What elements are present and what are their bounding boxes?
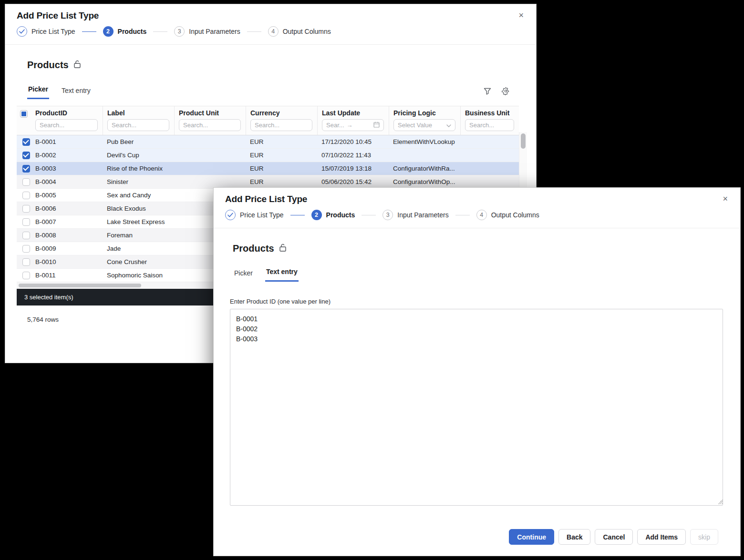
cell-last-update: 15/07/2019 13:18 (317, 165, 389, 172)
cell-product-id: B-0008 (31, 232, 103, 239)
step-label-output-columns[interactable]: Output Columns (491, 211, 539, 219)
tab-picker[interactable]: Picker (27, 85, 49, 99)
select-all-checkbox[interactable] (20, 110, 28, 118)
add-items-button[interactable]: Add Items (637, 529, 686, 545)
business-unit-filter-input[interactable] (465, 119, 514, 131)
column-last-update: Last Update Sear... → (317, 106, 389, 135)
step-label-products[interactable]: Products (118, 28, 147, 35)
column-currency: Currency (246, 106, 317, 135)
product-id-textarea[interactable]: B-0001 B-0002 B-0003 (230, 309, 723, 506)
cell-currency: EUR (246, 152, 317, 159)
cell-product-id: B-0005 (31, 192, 103, 199)
dialog-footer: Continue Back Cancel Add Items skip (509, 529, 718, 545)
currency-filter-input[interactable] (250, 119, 312, 131)
dialog-title: Add Price List Type (17, 10, 525, 21)
lock-icon (74, 60, 81, 70)
cell-currency: EUR (246, 178, 317, 185)
step-connector (153, 31, 167, 32)
section-title: Products (27, 60, 69, 71)
gear-icon[interactable] (502, 87, 510, 95)
calendar-icon (373, 122, 380, 129)
cancel-button[interactable]: Cancel (595, 529, 633, 545)
row-checkbox[interactable] (22, 218, 30, 226)
table-row[interactable]: B-0004 Sinister EUR 05/06/2020 15:42 Con… (17, 175, 519, 189)
table-row[interactable]: B-0001 Pub Beer EUR 17/12/2020 10:45 Ele… (17, 135, 519, 149)
step-connector (290, 215, 305, 215)
step-check-icon (17, 26, 27, 37)
vertical-scrollbar-thumb[interactable] (521, 133, 526, 149)
cell-label: Black Exodus (103, 205, 174, 212)
step-connector (247, 31, 261, 32)
cell-label: Sophomoric Saison (103, 272, 174, 279)
cell-label: Cone Crusher (103, 258, 174, 265)
step-number-2: 2 (311, 210, 322, 220)
selection-summary: 3 selected item(s) (24, 294, 73, 301)
row-checkbox[interactable] (22, 152, 30, 159)
row-checkbox[interactable] (22, 232, 30, 239)
back-button[interactable]: Back (558, 529, 590, 545)
table-header: ProductID Label Product Unit Currency La… (17, 106, 519, 135)
row-checkbox[interactable] (22, 165, 30, 173)
cell-product-id: B-0004 (31, 178, 103, 185)
row-checkbox[interactable] (22, 178, 30, 186)
step-number-2: 2 (103, 26, 114, 37)
step-connector (455, 215, 470, 215)
cell-label: Lake Street Express (103, 218, 174, 225)
filter-icon[interactable] (484, 88, 491, 95)
step-connector (362, 215, 376, 215)
label-filter-input[interactable] (107, 119, 169, 131)
column-pricing-logic: Pricing Logic Select Value (389, 106, 460, 135)
close-icon[interactable]: × (723, 194, 728, 203)
tabs-bar: Picker Text entry (233, 267, 714, 282)
step-number-4: 4 (476, 210, 487, 220)
table-row[interactable]: B-0002 Devil's Cup EUR 07/10/2022 11:43 (17, 149, 519, 162)
column-product-unit: Product Unit (174, 106, 246, 135)
step-label-price-list-type[interactable]: Price List Type (31, 28, 75, 35)
wizard-stepper: Price List Type 2 Products 3 Input Param… (225, 210, 729, 220)
cell-label: Devil's Cup (103, 152, 174, 159)
column-productid: ProductID (31, 106, 103, 135)
pricing-logic-select[interactable]: Select Value (393, 119, 455, 131)
cell-product-id: B-0001 (31, 138, 103, 145)
cell-product-id: B-0007 (31, 218, 103, 225)
dialog-header: Add Price List Type × Price List Type 2 … (5, 4, 536, 45)
lock-icon (279, 244, 286, 254)
wizard-stepper: Price List Type 2 Products 3 Input Param… (17, 26, 525, 37)
cell-last-update: 05/06/2020 15:42 (317, 178, 389, 185)
step-label-products[interactable]: Products (326, 211, 355, 219)
cell-pricing-logic: ElementWithVLookup (389, 138, 460, 145)
continue-button[interactable]: Continue (509, 529, 554, 545)
row-checkbox[interactable] (22, 138, 30, 146)
step-label-input-parameters[interactable]: Input Parameters (189, 28, 240, 35)
range-arrow-icon: → (347, 122, 353, 129)
step-label-input-parameters[interactable]: Input Parameters (397, 211, 448, 219)
tab-text-entry[interactable]: Text entry (61, 87, 92, 99)
cell-product-id: B-0006 (31, 205, 103, 212)
cell-last-update: 07/10/2022 11:43 (317, 152, 389, 159)
productid-filter-input[interactable] (35, 119, 98, 131)
step-label-price-list-type[interactable]: Price List Type (240, 211, 284, 219)
tab-picker[interactable]: Picker (233, 269, 254, 282)
row-checkbox[interactable] (22, 272, 30, 279)
tab-text-entry[interactable]: Text entry (265, 268, 299, 282)
row-checkbox[interactable] (22, 258, 30, 266)
cell-last-update: 17/12/2020 10:45 (317, 138, 389, 145)
skip-button[interactable]: skip (690, 529, 718, 545)
horizontal-scrollbar-thumb[interactable] (19, 284, 141, 287)
tabs-bar: Picker Text entry (27, 85, 510, 99)
close-icon[interactable]: × (518, 11, 524, 20)
column-business-unit: Business Unit (460, 106, 519, 135)
product-id-entry-label: Enter Product ID (one value per line) (230, 298, 740, 305)
chevron-down-icon (446, 122, 451, 129)
cell-product-id: B-0011 (31, 272, 103, 279)
row-checkbox[interactable] (22, 205, 30, 213)
product-unit-filter-input[interactable] (179, 119, 241, 131)
row-checkbox[interactable] (22, 192, 30, 199)
cell-label: Rise of the Phoenix (103, 165, 174, 172)
row-checkbox[interactable] (22, 245, 30, 253)
step-label-output-columns[interactable]: Output Columns (283, 28, 331, 35)
table-row[interactable]: B-0003 Rise of the Phoenix EUR 15/07/201… (17, 162, 519, 175)
last-update-range-filter[interactable]: Sear... → (322, 119, 384, 131)
step-number-4: 4 (268, 26, 279, 37)
dialog-header: Add Price List Type × Price List Type 2 … (214, 188, 740, 228)
